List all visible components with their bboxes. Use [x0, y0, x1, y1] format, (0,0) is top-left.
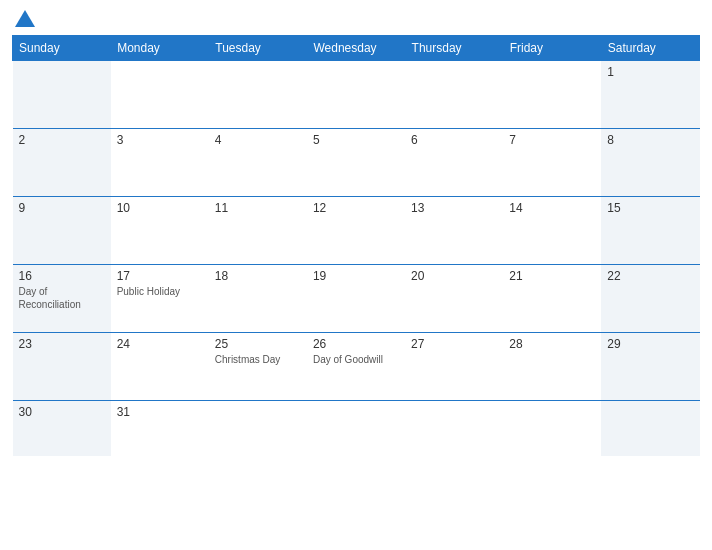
calendar-cell: 12 — [307, 197, 405, 265]
calendar-cell: 10 — [111, 197, 209, 265]
calendar-week-row: 3031 — [13, 401, 700, 456]
calendar-week-row: 16Day of Reconciliation17Public Holiday1… — [13, 265, 700, 333]
calendar-cell: 27 — [405, 333, 503, 401]
calendar-cell: 19 — [307, 265, 405, 333]
calendar-cell: 13 — [405, 197, 503, 265]
calendar-cell: 8 — [601, 129, 699, 197]
calendar-table: SundayMondayTuesdayWednesdayThursdayFrid… — [12, 35, 700, 456]
col-header-friday: Friday — [503, 36, 601, 61]
day-number: 29 — [607, 337, 693, 351]
day-number: 3 — [117, 133, 203, 147]
day-number: 12 — [313, 201, 399, 215]
calendar-week-row: 2345678 — [13, 129, 700, 197]
calendar-cell — [307, 401, 405, 456]
day-number: 30 — [19, 405, 105, 419]
day-number: 9 — [19, 201, 105, 215]
calendar-cell — [307, 61, 405, 129]
calendar-cell — [503, 61, 601, 129]
calendar-cell: 30 — [13, 401, 111, 456]
calendar-week-row: 9101112131415 — [13, 197, 700, 265]
day-number: 6 — [411, 133, 497, 147]
day-number: 16 — [19, 269, 105, 283]
logo — [12, 10, 37, 27]
day-number: 14 — [509, 201, 595, 215]
calendar-cell: 16Day of Reconciliation — [13, 265, 111, 333]
calendar-cell: 17Public Holiday — [111, 265, 209, 333]
day-number: 7 — [509, 133, 595, 147]
day-number: 17 — [117, 269, 203, 283]
calendar-cell: 26Day of Goodwill — [307, 333, 405, 401]
day-number: 28 — [509, 337, 595, 351]
calendar-cell: 9 — [13, 197, 111, 265]
day-number: 31 — [117, 405, 203, 419]
col-header-monday: Monday — [111, 36, 209, 61]
calendar-cell: 23 — [13, 333, 111, 401]
day-number: 11 — [215, 201, 301, 215]
day-number: 21 — [509, 269, 595, 283]
col-header-sunday: Sunday — [13, 36, 111, 61]
logo-triangle-icon — [15, 10, 35, 27]
calendar-header — [12, 10, 700, 27]
day-number: 15 — [607, 201, 693, 215]
col-header-saturday: Saturday — [601, 36, 699, 61]
calendar-cell: 21 — [503, 265, 601, 333]
calendar-cell: 25Christmas Day — [209, 333, 307, 401]
day-event: Christmas Day — [215, 353, 301, 366]
calendar-cell: 20 — [405, 265, 503, 333]
calendar-cell — [601, 401, 699, 456]
calendar-cell — [209, 401, 307, 456]
calendar-cell: 14 — [503, 197, 601, 265]
calendar-cell: 5 — [307, 129, 405, 197]
calendar-container: SundayMondayTuesdayWednesdayThursdayFrid… — [0, 0, 712, 550]
calendar-cell: 7 — [503, 129, 601, 197]
calendar-cell: 4 — [209, 129, 307, 197]
day-number: 23 — [19, 337, 105, 351]
calendar-cell: 2 — [13, 129, 111, 197]
calendar-cell: 22 — [601, 265, 699, 333]
day-number: 19 — [313, 269, 399, 283]
calendar-cell: 6 — [405, 129, 503, 197]
calendar-cell: 1 — [601, 61, 699, 129]
calendar-cell: 3 — [111, 129, 209, 197]
calendar-cell — [503, 401, 601, 456]
calendar-week-row: 1 — [13, 61, 700, 129]
day-event: Public Holiday — [117, 285, 203, 298]
col-header-wednesday: Wednesday — [307, 36, 405, 61]
day-number: 4 — [215, 133, 301, 147]
calendar-week-row: 232425Christmas Day26Day of Goodwill2728… — [13, 333, 700, 401]
day-number: 10 — [117, 201, 203, 215]
calendar-cell: 15 — [601, 197, 699, 265]
day-number: 27 — [411, 337, 497, 351]
day-number: 13 — [411, 201, 497, 215]
calendar-cell: 24 — [111, 333, 209, 401]
day-number: 25 — [215, 337, 301, 351]
calendar-cell — [111, 61, 209, 129]
day-number: 18 — [215, 269, 301, 283]
day-number: 1 — [607, 65, 693, 79]
day-number: 20 — [411, 269, 497, 283]
calendar-cell: 11 — [209, 197, 307, 265]
col-header-thursday: Thursday — [405, 36, 503, 61]
calendar-cell: 28 — [503, 333, 601, 401]
day-number: 24 — [117, 337, 203, 351]
calendar-cell — [405, 401, 503, 456]
day-number: 2 — [19, 133, 105, 147]
calendar-cell: 31 — [111, 401, 209, 456]
day-event: Day of Reconciliation — [19, 285, 105, 311]
day-number: 5 — [313, 133, 399, 147]
calendar-cell: 18 — [209, 265, 307, 333]
day-number: 22 — [607, 269, 693, 283]
col-header-tuesday: Tuesday — [209, 36, 307, 61]
calendar-header-row: SundayMondayTuesdayWednesdayThursdayFrid… — [13, 36, 700, 61]
day-number: 26 — [313, 337, 399, 351]
day-number: 8 — [607, 133, 693, 147]
calendar-cell — [209, 61, 307, 129]
day-event: Day of Goodwill — [313, 353, 399, 366]
calendar-cell — [405, 61, 503, 129]
calendar-cell — [13, 61, 111, 129]
calendar-cell: 29 — [601, 333, 699, 401]
